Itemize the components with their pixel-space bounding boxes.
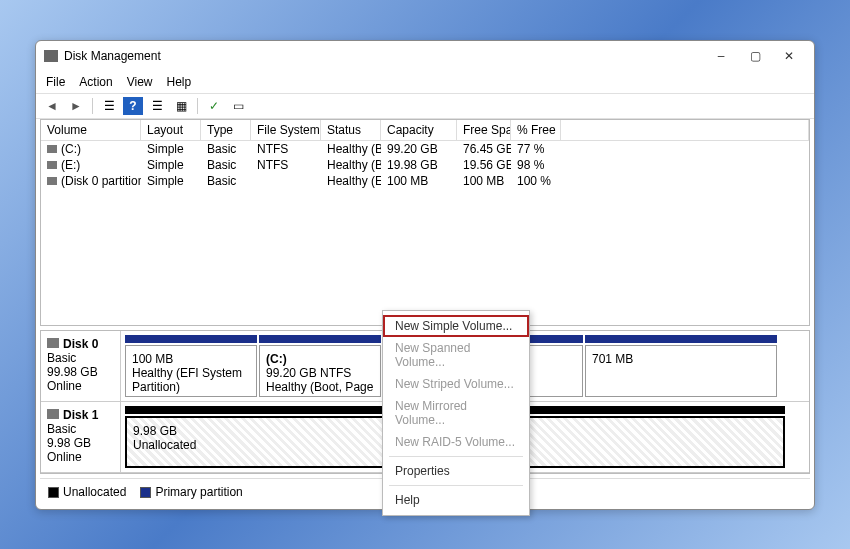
table-cell: NTFS — [251, 157, 321, 173]
col-free[interactable]: Free Spa... — [457, 120, 511, 140]
disk-icon — [47, 409, 59, 419]
col-spacer — [561, 120, 809, 140]
table-cell: NTFS — [251, 141, 321, 157]
check-icon[interactable]: ✓ — [204, 97, 224, 115]
table-cell: Basic — [201, 157, 251, 173]
table-cell: Basic — [201, 173, 251, 189]
table-cell: 98 % — [511, 157, 561, 173]
toolbar-separator — [92, 98, 93, 114]
table-cell: 100 % — [511, 173, 561, 189]
table-cell: 100 MB — [457, 173, 511, 189]
table-cell: Healthy (B... — [321, 141, 381, 157]
back-icon[interactable]: ◄ — [42, 97, 62, 115]
menu-file[interactable]: File — [46, 75, 65, 89]
partition[interactable]: 701 MB — [585, 345, 777, 397]
table-cell: 19.56 GB — [457, 157, 511, 173]
table-cell: 76.45 GB — [457, 141, 511, 157]
col-type[interactable]: Type — [201, 120, 251, 140]
context-menu-item: New Striped Volume... — [383, 373, 529, 395]
context-menu-properties[interactable]: Properties — [383, 460, 529, 482]
table-cell: 77 % — [511, 141, 561, 157]
legend-swatch-blue — [140, 487, 151, 498]
partition[interactable]: (C:)99.20 GB NTFSHealthy (Boot, Page Fil — [259, 345, 381, 397]
table-cell: Simple — [141, 173, 201, 189]
table-cell — [251, 173, 321, 189]
table-cell: 19.98 GB — [381, 157, 457, 173]
drive-icon — [47, 177, 57, 185]
context-menu: New Simple Volume...New Spanned Volume..… — [382, 310, 530, 516]
drive-icon — [47, 161, 57, 169]
col-filesystem[interactable]: File System — [251, 120, 321, 140]
table-row[interactable]: (E:)SimpleBasicNTFSHealthy (B...19.98 GB… — [41, 157, 809, 173]
partition-header-bar — [125, 335, 257, 343]
disk-icon — [47, 338, 59, 348]
titlebar[interactable]: Disk Management – ▢ ✕ — [36, 41, 814, 71]
forward-icon[interactable]: ► — [66, 97, 86, 115]
partition-header-bar — [585, 335, 777, 343]
close-button[interactable]: ✕ — [772, 45, 806, 67]
disk-label[interactable]: Disk 1Basic9.98 GBOnline — [41, 402, 121, 472]
minimize-button[interactable]: – — [704, 45, 738, 67]
help-icon[interactable]: ? — [123, 97, 143, 115]
window-title: Disk Management — [64, 49, 704, 63]
table-row[interactable]: (Disk 0 partition 1)SimpleBasicHealthy (… — [41, 173, 809, 189]
table-cell: Healthy (B... — [321, 157, 381, 173]
partition[interactable]: 100 MBHealthy (EFI System Partition) — [125, 345, 257, 397]
context-menu-separator — [389, 485, 523, 486]
legend-unallocated: Unallocated — [48, 485, 126, 499]
menu-view[interactable]: View — [127, 75, 153, 89]
table-cell: 100 MB — [381, 173, 457, 189]
context-menu-item: New Spanned Volume... — [383, 337, 529, 373]
legend-primary: Primary partition — [140, 485, 242, 499]
table-cell: Simple — [141, 141, 201, 157]
col-status[interactable]: Status — [321, 120, 381, 140]
toolbar-separator — [197, 98, 198, 114]
disk-management-window: Disk Management – ▢ ✕ File Action View H… — [35, 40, 815, 510]
col-pctfree[interactable]: % Free — [511, 120, 561, 140]
table-cell: Simple — [141, 157, 201, 173]
partition-header-bar — [259, 335, 381, 343]
volume-rows: (C:)SimpleBasicNTFSHealthy (B...99.20 GB… — [41, 141, 809, 325]
table-cell: (Disk 0 partition 1) — [41, 173, 141, 189]
table-cell: 99.20 GB — [381, 141, 457, 157]
drive-icon — [47, 145, 57, 153]
table-cell: Basic — [201, 141, 251, 157]
context-menu-separator — [389, 456, 523, 457]
toolbar-btn-2[interactable]: ▦ — [171, 97, 191, 115]
col-volume[interactable]: Volume — [41, 120, 141, 140]
toolbar-btn-1[interactable]: ☰ — [147, 97, 167, 115]
toolbar: ◄ ► ☰ ? ☰ ▦ ✓ ▭ — [36, 93, 814, 119]
maximize-button[interactable]: ▢ — [738, 45, 772, 67]
col-capacity[interactable]: Capacity — [381, 120, 457, 140]
toolbar-btn-3[interactable]: ▭ — [228, 97, 248, 115]
column-header-row: Volume Layout Type File System Status Ca… — [41, 120, 809, 141]
context-menu-item: New Mirrored Volume... — [383, 395, 529, 431]
col-layout[interactable]: Layout — [141, 120, 201, 140]
menu-help[interactable]: Help — [167, 75, 192, 89]
refresh-icon[interactable]: ☰ — [99, 97, 119, 115]
context-menu-item: New RAID-5 Volume... — [383, 431, 529, 453]
table-cell: (E:) — [41, 157, 141, 173]
menu-action[interactable]: Action — [79, 75, 112, 89]
context-menu-item[interactable]: New Simple Volume... — [383, 315, 529, 337]
table-row[interactable]: (C:)SimpleBasicNTFSHealthy (B...99.20 GB… — [41, 141, 809, 157]
table-cell: Healthy (E... — [321, 173, 381, 189]
disk-label[interactable]: Disk 0Basic99.98 GBOnline — [41, 331, 121, 401]
app-icon — [44, 50, 58, 62]
menubar: File Action View Help — [36, 71, 814, 93]
table-cell: (C:) — [41, 141, 141, 157]
volume-list: Volume Layout Type File System Status Ca… — [40, 119, 810, 326]
context-menu-help[interactable]: Help — [383, 489, 529, 511]
legend-swatch-black — [48, 487, 59, 498]
